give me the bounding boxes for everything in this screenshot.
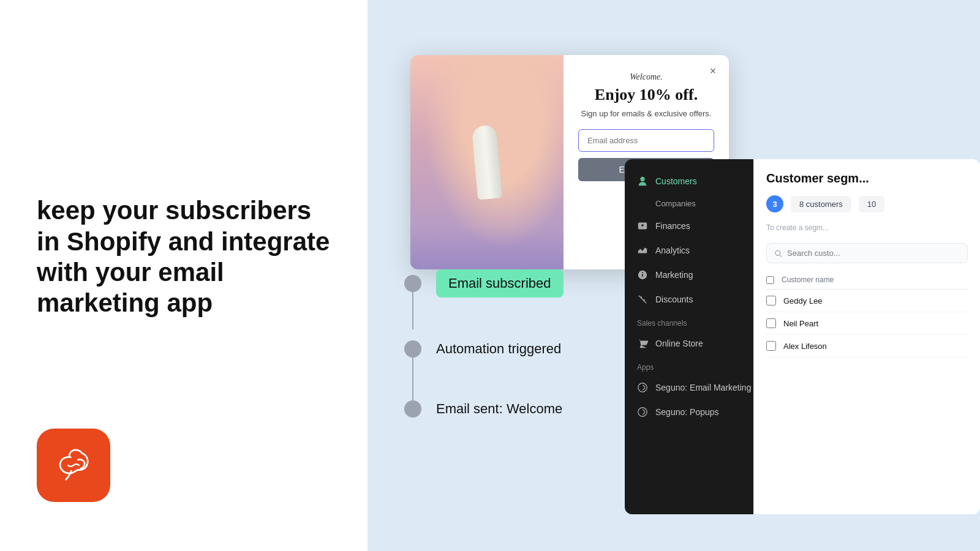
seguno-popups-icon <box>637 407 648 418</box>
right-panel: × Welcome. Enjoy 10% off. Sign up for em… <box>368 0 980 551</box>
headline: keep your subscribers in Shopify and int… <box>37 195 331 319</box>
popup-email-input[interactable] <box>578 129 714 152</box>
flow-step-3: Email sent: Welcome <box>404 400 662 418</box>
customer-search-input[interactable] <box>787 249 960 258</box>
seguno-email-icon <box>637 382 648 393</box>
flow-connector-2 <box>412 358 413 400</box>
analytics-icon <box>637 245 648 256</box>
sidebar-seguno-email-label: Seguno: Email Marketing <box>655 383 751 392</box>
flow-label-1: Email subscribed <box>436 269 564 298</box>
customer-name-1: Geddy Lee <box>783 296 823 305</box>
flow-step-1: Email subscribed <box>404 269 662 298</box>
customers-icon <box>637 176 648 187</box>
flow-step-2: Automation triggered <box>404 340 662 358</box>
page-indicator: 10 <box>859 196 884 212</box>
popup-welcome-text: Welcome. <box>630 72 663 82</box>
segment-number-badge: 3 <box>766 195 783 212</box>
popup-product-image <box>410 55 564 269</box>
left-panel: keep your subscribers in Shopify and int… <box>0 0 368 551</box>
sidebar-discounts-label: Discounts <box>655 294 693 304</box>
marketing-icon <box>637 269 648 280</box>
flow-label-2: Automation triggered <box>436 341 561 357</box>
segment-description: To create a segm... <box>766 222 968 233</box>
customer-name-2: Neil Peart <box>783 319 818 328</box>
flow-dot-1 <box>404 275 421 292</box>
customer-row-3: Alex Lifeson <box>766 335 968 358</box>
sidebar-marketing-label: Marketing <box>655 270 693 280</box>
popup-subtitle: Sign up for emails & exclusive offers. <box>581 109 712 118</box>
flow-connector-1 <box>412 287 413 329</box>
customer-search-box[interactable] <box>766 243 968 263</box>
finances-icon <box>637 220 648 231</box>
customer-checkbox-1[interactable] <box>766 296 776 305</box>
flow-dot-3 <box>404 400 421 418</box>
customer-panel: Customer segm... 3 8 customers 10 To cre… <box>753 159 980 514</box>
customer-checkbox-2[interactable] <box>766 318 776 328</box>
customer-name-3: Alex Lifeson <box>783 342 827 351</box>
flow-diagram: Email subscribed Automation triggered Em… <box>404 269 662 460</box>
popup-close-button[interactable]: × <box>704 62 722 80</box>
product-image-inner <box>410 55 564 269</box>
customer-row-2: Neil Peart <box>766 312 968 335</box>
col-header-name: Customer name <box>782 276 834 284</box>
customer-checkbox-3[interactable] <box>766 341 776 351</box>
sidebar-analytics-label: Analytics <box>655 246 690 255</box>
svg-point-1 <box>638 408 647 416</box>
sidebar-online-store-label: Online Store <box>655 339 703 348</box>
online-store-icon <box>637 338 648 349</box>
svg-point-2 <box>775 250 780 255</box>
sidebar-customers-label: Customers <box>655 176 697 186</box>
sidebar-finances-label: Finances <box>655 221 690 231</box>
select-all-checkbox[interactable] <box>766 276 774 284</box>
segment-stats: 3 8 customers 10 <box>766 195 968 212</box>
app-logo <box>37 429 110 502</box>
discounts-icon <box>637 294 648 305</box>
logo-icon <box>51 443 96 487</box>
svg-point-0 <box>638 383 647 392</box>
col-header-row: Customer name <box>766 271 968 290</box>
customer-panel-title: Customer segm... <box>766 171 968 186</box>
flow-dot-2 <box>404 340 421 358</box>
popup-title: Enjoy 10% off. <box>595 86 698 104</box>
sidebar-seguno-popups-label: Seguno: Popups <box>655 407 719 417</box>
customer-row-1: Geddy Lee <box>766 290 968 312</box>
search-icon <box>774 249 782 258</box>
customers-count-badge: 8 customers <box>791 196 851 212</box>
flow-label-3: Email sent: Welcome <box>436 401 562 417</box>
